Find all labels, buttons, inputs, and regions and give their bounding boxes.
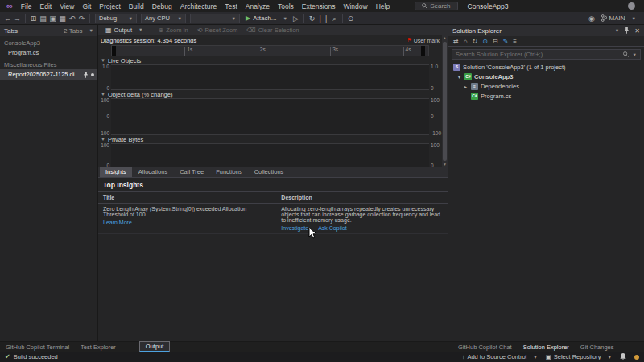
tab-item-program-cs[interactable]: Program.cs xyxy=(0,47,97,58)
search-input[interactable] xyxy=(456,51,623,58)
extension-icon[interactable]: ⊙ xyxy=(346,13,355,24)
startup-project-dropdown[interactable]: ▼ xyxy=(190,14,240,23)
tree-node-solution[interactable]: S Solution 'ConsoleApp3' (1 of 1 project… xyxy=(448,62,644,72)
investigate-link[interactable]: Investigate xyxy=(281,225,308,231)
undo-icon[interactable]: ↶ xyxy=(68,13,76,24)
switch-views-icon[interactable]: ⇄ xyxy=(453,38,459,45)
global-search-box[interactable]: Search xyxy=(415,2,457,10)
tree-node-program-cs[interactable]: C# Program.cs xyxy=(448,91,644,101)
private-bytes-chart[interactable]: 100 0 100 0 xyxy=(98,143,442,167)
tab-call-tree[interactable]: Call Tree xyxy=(174,167,209,177)
tree-node-dependencies[interactable]: ▸ ≡ Dependencies xyxy=(448,81,644,91)
scroll-down-icon[interactable]: ▼ xyxy=(443,162,447,167)
scroll-up-icon[interactable]: ▲ xyxy=(443,35,447,41)
save-all-icon[interactable]: ▦ xyxy=(58,13,67,24)
account-icon[interactable] xyxy=(628,2,635,10)
tab-solution-explorer[interactable]: Solution Explorer xyxy=(518,343,575,352)
section-header-object-delta[interactable]: ▼ Object delta (% change) xyxy=(98,90,442,98)
tab-allocations[interactable]: Allocations xyxy=(133,167,173,177)
copilot-icon[interactable]: ◉ xyxy=(588,13,597,24)
object-delta-chart[interactable]: 100 0 -100 100 0 -100 xyxy=(98,98,442,135)
menu-tools[interactable]: Tools xyxy=(274,2,298,10)
home-icon[interactable]: ⌂ xyxy=(464,38,468,45)
find-in-files-icon[interactable]: ⌕ xyxy=(330,13,339,24)
collapse-all-icon[interactable]: ⊟ xyxy=(493,38,498,45)
section-header-private-bytes[interactable]: ▼ Private Bytes xyxy=(98,135,442,143)
expander-expanded-icon[interactable]: ▾ xyxy=(456,74,462,80)
scrollbar-thumb[interactable] xyxy=(443,42,447,161)
window-title: ConsoleApp3 xyxy=(468,2,509,10)
column-title[interactable]: Title xyxy=(98,192,276,203)
menu-window[interactable]: Window xyxy=(339,2,371,10)
menu-project[interactable]: Project xyxy=(95,2,124,10)
tab-collections[interactable]: Collections xyxy=(249,167,290,177)
chevron-down-icon[interactable]: ▼ xyxy=(633,52,637,57)
chevron-down-icon[interactable]: ▼ xyxy=(89,28,93,33)
timeline-range-handle-left[interactable] xyxy=(112,46,116,56)
menu-debug[interactable]: Debug xyxy=(148,2,176,10)
navigate-backward-icon[interactable]: ← xyxy=(3,13,12,24)
tab-item-diagsession[interactable]: Report20250627-1125.diagsession xyxy=(0,69,97,80)
charts-vertical-scrollbar[interactable]: ▲ ▼ xyxy=(442,35,448,167)
active-document-dot-icon[interactable] xyxy=(91,73,94,76)
timeline-ruler[interactable]: 1s 2s 3s 4s xyxy=(98,45,442,56)
solution-explorer-search[interactable]: ▼ xyxy=(452,49,641,60)
menu-file[interactable]: File xyxy=(17,2,36,10)
insight-row[interactable]: Zero Length Array (System.String[0]) exc… xyxy=(98,204,448,234)
tab-github-copilot-chat[interactable]: GitHub Copilot Chat xyxy=(452,343,518,352)
menu-analyze[interactable]: Analyze xyxy=(242,2,274,10)
section-header-live-objects[interactable]: ▼ Live Objects xyxy=(98,56,442,64)
show-all-files-icon[interactable]: ✎ xyxy=(503,38,509,45)
start-without-debugging-icon[interactable]: ▷ xyxy=(291,13,300,24)
pin-icon[interactable] xyxy=(83,72,89,78)
menu-extensions[interactable]: Extensions xyxy=(298,2,340,10)
menu-git[interactable]: Git xyxy=(78,2,95,10)
save-icon[interactable]: ▣ xyxy=(48,13,57,24)
select-repository-button[interactable]: ▣ Select Repository ▼ xyxy=(546,353,612,360)
pin-icon[interactable] xyxy=(624,27,630,34)
sync-with-active-document-icon[interactable]: ⊙ xyxy=(482,38,488,45)
solution-configuration-dropdown[interactable]: Debug▼ xyxy=(95,14,137,23)
timeline-range-handle-right[interactable] xyxy=(421,46,425,56)
refresh-icon[interactable]: ↻ xyxy=(473,38,478,45)
add-to-source-control-button[interactable]: ↑ Add to Source Control ▼ xyxy=(462,353,538,360)
navigate-forward-icon[interactable]: → xyxy=(13,13,22,24)
redo-icon[interactable]: ↷ xyxy=(77,13,86,24)
expander-collapsed-icon[interactable]: ▸ xyxy=(463,84,469,89)
menu-architecture[interactable]: Architecture xyxy=(176,2,221,10)
menu-view[interactable]: View xyxy=(56,2,78,10)
output-view-button[interactable]: ▦ Output ▼ xyxy=(101,27,147,34)
break-all-icon[interactable]: ❘❘ xyxy=(317,13,329,24)
menu-edit[interactable]: Edit xyxy=(36,2,56,10)
close-icon[interactable]: ✕ xyxy=(634,27,640,35)
window-position-icon[interactable]: ▼ xyxy=(615,28,619,33)
tab-github-copilot-terminal[interactable]: GitHub Copilot Terminal xyxy=(0,343,75,352)
ask-copilot-link[interactable]: Ask Copilot xyxy=(318,225,346,231)
hot-reload-icon[interactable]: ↻ xyxy=(308,13,316,24)
open-file-icon[interactable]: ▤ xyxy=(39,13,47,24)
properties-icon[interactable]: ≡ xyxy=(513,38,517,45)
clear-selection-button[interactable]: ⌫ Clear Selection xyxy=(242,27,303,34)
chevron-down-icon: ▼ xyxy=(178,16,182,21)
tab-output[interactable]: Output xyxy=(139,341,171,352)
tree-node-project[interactable]: ▾ C# ConsoleApp3 xyxy=(448,72,644,81)
git-branch-indicator[interactable]: MAIN ▼ xyxy=(601,14,636,22)
attach-button[interactable]: ▶ Attach... ▼ xyxy=(242,14,291,22)
insights-table-header: Title Description xyxy=(98,192,448,204)
column-description[interactable]: Description xyxy=(276,192,448,203)
learn-more-link[interactable]: Learn More xyxy=(103,220,132,225)
live-objects-chart[interactable]: 1.0 0 1.0 0 xyxy=(98,64,442,90)
tab-functions[interactable]: Functions xyxy=(210,167,248,177)
tab-test-explorer[interactable]: Test Explorer xyxy=(75,343,122,352)
feedback-icon[interactable] xyxy=(634,355,639,360)
menu-test[interactable]: Test xyxy=(221,2,242,10)
menu-build[interactable]: Build xyxy=(125,2,148,10)
zoom-in-button[interactable]: ⊕ Zoom In xyxy=(155,27,192,34)
tab-git-changes[interactable]: Git Changes xyxy=(575,343,620,352)
solution-platform-dropdown[interactable]: Any CPU▼ xyxy=(141,14,186,23)
menu-help[interactable]: Help xyxy=(372,2,394,10)
notifications-bell-icon[interactable] xyxy=(620,353,626,360)
new-file-icon[interactable]: ⊞ xyxy=(29,13,38,24)
reset-zoom-button[interactable]: ⟲ Reset Zoom xyxy=(193,27,242,34)
tab-insights[interactable]: Insights xyxy=(100,167,132,177)
